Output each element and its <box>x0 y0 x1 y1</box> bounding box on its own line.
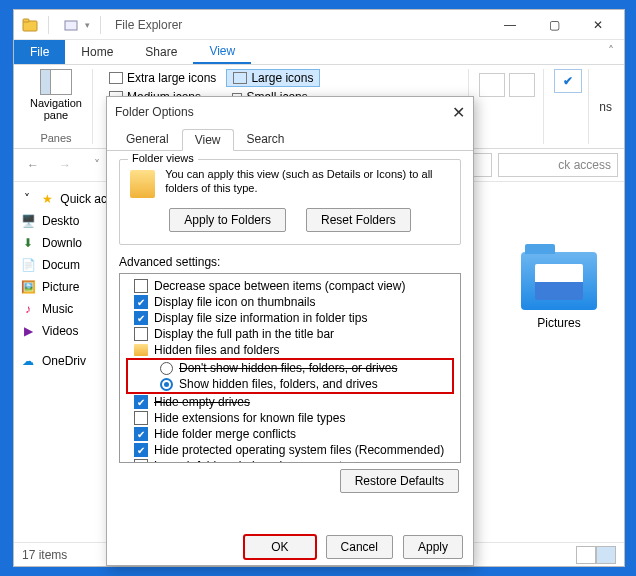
tab-view[interactable]: View <box>193 40 251 64</box>
folder-views-group: Folder views You can apply this view (su… <box>119 159 461 245</box>
advanced-settings-list[interactable]: Decrease space between items (compact vi… <box>119 273 461 463</box>
sidebar-item-documents[interactable]: 📄Docum <box>14 254 113 276</box>
svg-rect-2 <box>65 21 77 30</box>
view-large-button[interactable] <box>596 546 616 564</box>
item-count: 17 items <box>22 548 67 562</box>
sidebar-item-onedrive[interactable]: ☁OneDriv <box>14 350 113 372</box>
adv-show-hidden[interactable]: Show hidden files, folders, and drives <box>130 376 450 392</box>
dlg-tab-view[interactable]: View <box>182 129 234 151</box>
qat-dropdown-icon[interactable]: ▾ <box>85 20 90 30</box>
dialog-footer: OK Cancel Apply <box>107 535 473 565</box>
document-icon: 📄 <box>20 257 36 273</box>
search-box[interactable]: ck access <box>498 153 618 177</box>
sidebar-item-videos[interactable]: ▶Videos <box>14 320 113 342</box>
close-button[interactable]: ✕ <box>576 10 620 39</box>
dialog-title: Folder Options <box>115 105 194 119</box>
back-button[interactable]: ← <box>20 152 46 178</box>
restore-defaults-button[interactable]: Restore Defaults <box>340 469 459 493</box>
dlg-tab-search[interactable]: Search <box>234 128 298 150</box>
apply-to-folders-button[interactable]: Apply to Folders <box>169 208 286 232</box>
tab-share[interactable]: Share <box>129 40 193 64</box>
sidebar-item-music[interactable]: ♪Music <box>14 298 113 320</box>
qat-icon[interactable] <box>63 17 79 33</box>
panes-label: Panes <box>40 132 71 144</box>
forward-button[interactable]: → <box>52 152 78 178</box>
reset-folders-button[interactable]: Reset Folders <box>306 208 411 232</box>
adv-decrease-space[interactable]: Decrease space between items (compact vi… <box>122 278 458 294</box>
svg-rect-1 <box>23 19 29 22</box>
ok-button[interactable]: OK <box>244 535 315 559</box>
adv-dont-show-hidden[interactable]: Don't show hidden files, folders, or dri… <box>130 360 450 376</box>
adv-full-path-title[interactable]: Display the full path in the title bar <box>122 326 458 342</box>
sidebar-item-pictures[interactable]: 🖼️Picture <box>14 276 113 298</box>
folder-views-text: You can apply this view (such as Details… <box>165 168 450 196</box>
dlg-tab-general[interactable]: General <box>113 128 182 150</box>
options-label-trunc: ns <box>599 100 612 114</box>
titlebar: ▾ File Explorer — ▢ ✕ <box>14 10 624 40</box>
dialog-close-button[interactable]: ✕ <box>452 103 465 122</box>
cancel-button[interactable]: Cancel <box>326 535 393 559</box>
sidebar: ˅ ★ Quick ac 🖥️Deskto ⬇Downlo 📄Docum 🖼️P… <box>14 182 114 542</box>
folder-views-label: Folder views <box>128 152 198 164</box>
star-icon: ★ <box>40 191 54 207</box>
music-icon: ♪ <box>20 301 36 317</box>
apply-button[interactable]: Apply <box>403 535 463 559</box>
folder-label: Pictures <box>537 316 580 330</box>
group-button[interactable] <box>509 73 535 97</box>
tab-file[interactable]: File <box>14 40 65 64</box>
window-title: File Explorer <box>115 18 182 32</box>
video-icon: ▶ <box>20 323 36 339</box>
navigation-pane-button[interactable]: Navigation pane <box>26 69 86 121</box>
dialog-tabs: General View Search <box>107 127 473 151</box>
adv-hide-empty-drives[interactable]: ✔Hide empty drives <box>122 394 458 410</box>
adv-hide-extensions[interactable]: Hide extensions for known file types <box>122 410 458 426</box>
tab-home[interactable]: Home <box>65 40 129 64</box>
layout-large[interactable]: Large icons <box>226 69 320 87</box>
panes-group: Navigation pane Panes <box>20 69 93 144</box>
sidebar-item-desktop[interactable]: 🖥️Deskto <box>14 210 113 232</box>
adv-hide-protected-os[interactable]: ✔Hide protected operating system files (… <box>122 442 458 458</box>
view-details-button[interactable] <box>576 546 596 564</box>
adv-file-icon-thumbnails[interactable]: ✔Display file icon on thumbnails <box>122 294 458 310</box>
minimize-button[interactable]: — <box>488 10 532 39</box>
sidebar-item-downloads[interactable]: ⬇Downlo <box>14 232 113 254</box>
folder-small-icon <box>134 344 148 356</box>
sidebar-quick-access[interactable]: ˅ ★ Quick ac <box>14 188 113 210</box>
show-checkbox-button[interactable]: ✔ <box>554 69 582 93</box>
adv-file-size-tips[interactable]: ✔Display file size information in folder… <box>122 310 458 326</box>
adv-hidden-group: Hidden files and folders <box>122 342 458 358</box>
folder-icon <box>130 170 155 198</box>
download-icon: ⬇ <box>20 235 36 251</box>
ribbon-collapse-icon[interactable]: ˄ <box>598 40 624 64</box>
folder-options-dialog: Folder Options ✕ General View Search Fol… <box>106 96 474 566</box>
desktop-icon: 🖥️ <box>20 213 36 229</box>
adv-hide-merge-conflicts[interactable]: ✔Hide folder merge conflicts <box>122 426 458 442</box>
maximize-button[interactable]: ▢ <box>532 10 576 39</box>
folder-item-pictures[interactable]: Pictures <box>504 252 614 330</box>
dialog-titlebar: Folder Options ✕ <box>107 97 473 127</box>
cloud-icon: ☁ <box>20 353 36 369</box>
ribbon-tabs: File Home Share View ˄ <box>14 40 624 65</box>
explorer-icon <box>22 17 38 33</box>
pictures-folder-icon <box>521 252 597 310</box>
picture-icon: 🖼️ <box>20 279 36 295</box>
layout-extra-large[interactable]: Extra large icons <box>103 69 222 87</box>
chevron-down-icon: ˅ <box>20 191 34 207</box>
sort-button[interactable] <box>479 73 505 97</box>
advanced-settings-label: Advanced settings: <box>119 255 461 269</box>
